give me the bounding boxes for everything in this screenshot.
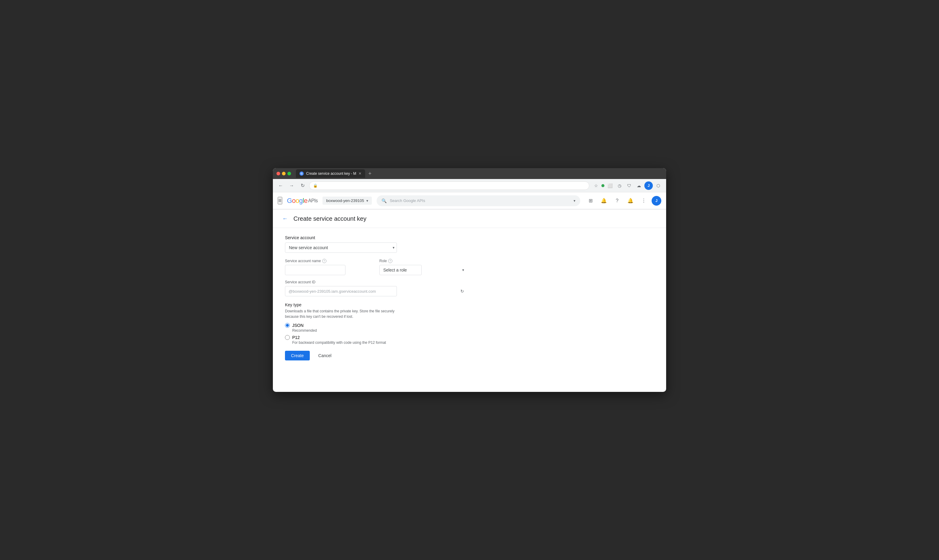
json-radio-label[interactable]: JSON — [285, 323, 466, 328]
search-bar[interactable]: 🔍 Search Google APIs ▾ — [377, 195, 580, 206]
history-icon[interactable]: ◷ — [615, 182, 624, 190]
cloud-icon[interactable]: ☁ — [635, 182, 643, 190]
service-account-label: Service account — [285, 235, 466, 240]
traffic-lights — [277, 172, 291, 175]
role-group: Role ? Select a role ▾ — [379, 259, 466, 275]
key-type-description: Downloads a file that contains the priva… — [285, 308, 400, 319]
p12-radio-option: P12 For backward compatibility with code… — [285, 335, 466, 345]
bell-icon-button[interactable]: 🔔 — [625, 195, 636, 206]
tab-bar: G Create service account key - M ✕ + — [296, 169, 662, 178]
status-dot — [601, 184, 604, 187]
google-logo: G o o g l e APIs — [287, 197, 318, 205]
service-name-group: Service account name ? — [285, 259, 372, 275]
maximize-button[interactable] — [287, 172, 291, 175]
cancel-button[interactable]: Cancel — [313, 351, 336, 360]
service-name-input[interactable] — [285, 265, 345, 275]
p12-radio-label[interactable]: P12 — [285, 335, 466, 340]
service-name-label: Service account name ? — [285, 259, 372, 263]
json-sublabel: Recommended — [292, 328, 466, 332]
tab-close-button[interactable]: ✕ — [359, 171, 362, 176]
role-dropdown-arrow: ▾ — [462, 268, 464, 272]
header-actions: ⊞ 🔔 ? 🔔 ⋮ J — [585, 195, 661, 206]
role-help-icon[interactable]: ? — [388, 259, 393, 263]
more-options-button[interactable]: ⋮ — [638, 195, 649, 206]
key-type-title: Key type — [285, 302, 466, 307]
reload-button[interactable]: ↻ — [298, 182, 307, 190]
role-label: Role ? — [379, 259, 466, 263]
app-header: ≡ G o o g l e APIs boxwood-yen-239105 ▾ … — [273, 192, 666, 209]
p12-label: P12 — [292, 335, 300, 340]
cast-icon[interactable]: ⬜ — [606, 182, 614, 190]
page-back-button[interactable]: ← — [280, 214, 290, 223]
create-button[interactable]: Create — [285, 351, 310, 360]
service-account-select[interactable]: New service account App Engine default s… — [285, 243, 397, 253]
form-section: Service account New service account App … — [285, 235, 466, 360]
search-icon: 🔍 — [382, 198, 386, 203]
service-name-help-icon[interactable]: ? — [322, 259, 326, 263]
key-type-section: Key type Downloads a file that contains … — [285, 302, 466, 345]
name-role-row: Service account name ? Role ? Select a r… — [285, 259, 466, 275]
role-select[interactable]: Select a role — [379, 265, 422, 275]
tab-title: Create service account key - M — [306, 171, 356, 176]
forward-nav-button[interactable]: → — [287, 182, 296, 190]
refresh-service-id-button[interactable]: ↻ — [460, 289, 464, 294]
action-buttons-row: Create Cancel — [285, 351, 466, 360]
user-profile-avatar[interactable]: J — [644, 182, 653, 190]
hamburger-menu[interactable]: ≡ — [278, 197, 282, 205]
service-id-wrapper: @boxwood-yen-239105.iam.gserviceaccount.… — [285, 286, 466, 296]
json-radio-option: JSON Recommended — [285, 323, 466, 332]
lock-icon: 🔒 — [313, 183, 318, 188]
address-bar[interactable]: 🔒 — [309, 182, 589, 190]
service-account-dropdown-wrapper[interactable]: New service account App Engine default s… — [285, 243, 397, 253]
bookmark-icon[interactable]: ☆ — [592, 182, 600, 190]
notifications-icon-button[interactable]: 🔔 — [598, 195, 609, 206]
nav-bar: ← → ↻ 🔒 ☆ ⬜ ◷ 🛡 ☁ J ⬡ — [273, 179, 666, 192]
tab-favicon: G — [300, 171, 304, 176]
minimize-button[interactable] — [282, 172, 286, 175]
page-back-bar: ← Create service account key — [273, 209, 666, 228]
apps-icon-button[interactable]: ⊞ — [585, 195, 596, 206]
role-select-wrapper[interactable]: Select a role ▾ — [379, 265, 466, 275]
p12-sublabel: For backward compatibility with code usi… — [292, 340, 466, 345]
project-dropdown-arrow: ▾ — [366, 198, 368, 203]
project-selector[interactable]: boxwood-yen-239105 ▾ — [322, 197, 372, 205]
active-tab[interactable]: G Create service account key - M ✕ — [296, 169, 365, 178]
page-content: Service account New service account App … — [273, 228, 666, 372]
shield-icon[interactable]: 🛡 — [625, 182, 633, 190]
page-title: Create service account key — [294, 215, 366, 222]
extension-icon[interactable]: ⬡ — [654, 182, 662, 190]
service-id-label: Service account ID — [285, 280, 466, 284]
json-label: JSON — [292, 323, 303, 328]
search-dropdown-arrow: ▾ — [574, 198, 576, 203]
new-tab-button[interactable]: + — [366, 171, 373, 177]
service-id-input[interactable] — [285, 286, 397, 296]
nav-icons: ☆ ⬜ ◷ 🛡 ☁ J ⬡ — [592, 182, 662, 190]
close-button[interactable] — [277, 172, 280, 175]
header-avatar[interactable]: J — [652, 196, 661, 206]
p12-radio-input[interactable] — [285, 335, 290, 340]
apis-label: APIs — [308, 198, 318, 203]
json-radio-input[interactable] — [285, 323, 290, 328]
help-icon-button[interactable]: ? — [612, 195, 623, 206]
back-nav-button[interactable]: ← — [277, 182, 285, 190]
project-selector-wrapper[interactable]: boxwood-yen-239105 ▾ — [322, 197, 372, 205]
